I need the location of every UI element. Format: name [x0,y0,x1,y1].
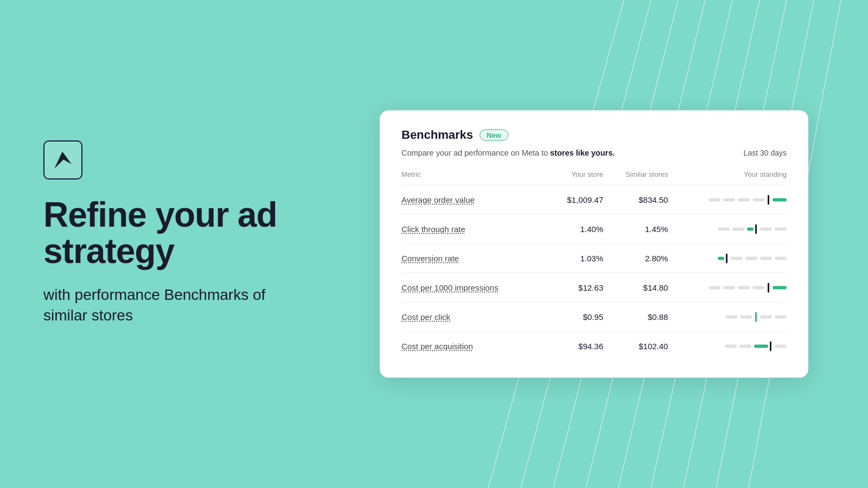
bar-marker [726,253,727,263]
similar-stores-cell: $0.88 [603,302,668,331]
table-row: Cost per 1000 impressions$12.63$14.80 [401,273,787,302]
card-header: Benchmarks New [401,128,787,142]
subheadline: with performance Benchmarks of similar s… [43,285,304,326]
logo-icon [50,147,75,172]
standing-cell [668,302,787,331]
table-row: Conversion rate1.03%2.80% [401,243,787,273]
table-row: Average order value$1,009.47$834.50 [401,185,787,214]
your-store-cell: 1.03% [548,243,603,273]
similar-stores-cell: $14.80 [603,273,668,302]
metric-cell: Average order value [401,185,548,214]
standing-bar [668,254,787,262]
left-panel: Refine your ad strategy with performance… [43,0,304,488]
subtitle-text: Compare your ad performance on Meta to s… [401,149,615,157]
card-subtitle: Compare your ad performance on Meta to s… [401,149,787,157]
standing-cell [668,243,787,273]
bar-marker [770,341,771,351]
bar-marker [755,224,757,234]
logo [43,140,82,179]
your-store-cell: $94.36 [548,331,603,361]
metric-cell: Cost per click [401,302,548,331]
similar-stores-cell: $102.40 [603,331,668,361]
similar-stores-cell: 2.80% [603,243,668,273]
metric-cell: Cost per 1000 impressions [401,273,548,302]
standing-cell [668,185,787,214]
similar-stores-cell: $834.50 [603,185,668,214]
table-header-row: Metric Your store Similar stores Your st… [401,166,787,185]
your-store-cell: 1.40% [548,214,603,243]
metric-cell: Conversion rate [401,243,548,273]
bar-marker [768,282,769,292]
similar-stores-cell: 1.45% [603,214,668,243]
subtitle-bold: stores like yours. [550,149,615,157]
card-title: Benchmarks [401,128,473,142]
col-your-store: Your store [548,166,603,185]
col-metric: Metric [401,166,548,185]
standing-cell [668,273,787,302]
metric-cell: Cost per acquisition [401,331,548,361]
table-row: Click through rate1.40%1.45% [401,214,787,243]
headline: Refine your ad strategy [43,197,304,269]
table-row: Cost per click$0.95$0.88 [401,302,787,331]
table-row: Cost per acquisition$94.36$102.40 [401,331,787,361]
bar-marker [768,195,769,204]
benchmarks-card: Benchmarks New Compare your ad performan… [380,111,808,378]
standing-bar [668,225,787,233]
col-standing: Your standing [668,166,787,185]
standing-cell [668,214,787,243]
standing-cell [668,331,787,361]
metric-cell: Click through rate [401,214,548,243]
standing-bar [668,196,787,203]
your-store-cell: $12.63 [548,273,603,302]
benchmarks-table: Metric Your store Similar stores Your st… [401,166,787,361]
standing-bar [668,342,787,350]
standing-bar [668,284,787,291]
your-store-cell: $1,009.47 [548,185,603,214]
your-store-cell: $0.95 [548,302,603,331]
bar-marker [755,312,757,322]
subtitle-prefix: Compare your ad performance on Meta to [401,149,550,157]
new-badge: New [480,129,508,140]
last-days: Last 30 days [744,149,787,157]
standing-bar [668,313,787,320]
col-similar-stores: Similar stores [603,166,668,185]
